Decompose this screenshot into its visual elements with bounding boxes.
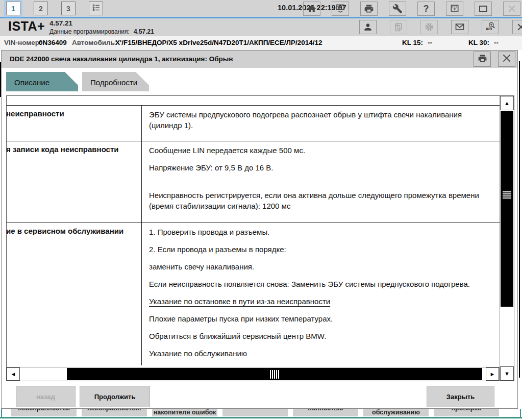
report-icon — [393, 22, 404, 32]
row-content: ЭБУ системы предпускового подогрева расп… — [142, 106, 500, 141]
tab-details[interactable]: Подробности — [82, 72, 149, 91]
thumb-grip — [503, 191, 511, 200]
background-button[interactable]: неисправностей: — [82, 409, 147, 416]
help-button[interactable]: ? — [417, 2, 435, 16]
underlying-bottom-border — [0, 417, 522, 418]
print-icon — [364, 4, 374, 14]
kl15-label: KL 15: — [402, 36, 423, 49]
background-button[interactable] — [222, 409, 288, 416]
row-label: я записи кода неисправности — [7, 141, 142, 223]
tab-description[interactable]: Описание — [6, 72, 78, 91]
continue-button[interactable]: Продолжить — [80, 386, 150, 407]
vertical-scrollbar-thumb[interactable] — [501, 111, 513, 307]
help-icon: ? — [424, 4, 429, 14]
row-content: 1. Проверить провода и разъемы.2. Если п… — [142, 223, 500, 365]
background-button-label: неисправностей: — [87, 409, 141, 416]
background-button[interactable]: проверки — [434, 409, 499, 416]
content-paragraph: 1. Проверить провода и разъемы. — [149, 227, 495, 237]
view-button-1[interactable]: 1 — [6, 2, 20, 15]
background-button[interactable]: обслуживанию — [363, 409, 429, 416]
dialog-print-button[interactable] — [474, 52, 491, 67]
collapse-panel-icon — [450, 4, 460, 14]
content-paragraph: Указание по обслуживанию — [149, 348, 495, 359]
settings-icon — [424, 22, 434, 32]
right-arrow-icon: ► — [490, 371, 495, 377]
scroll-right-button[interactable]: ► — [486, 367, 499, 381]
content-paragraph: Напряжение ЭБУ: от 9,5 В до 16 В. — [149, 162, 495, 173]
down-arrow-icon: ▼ — [504, 370, 510, 377]
maximize-button[interactable] — [475, 2, 492, 16]
programming-data: Данные программирования:4.57.21 — [49, 28, 154, 35]
background-button[interactable]: полностью — [293, 409, 358, 416]
dialog-close-button[interactable] — [498, 52, 515, 67]
close-window-button[interactable] — [503, 2, 520, 16]
main-toolbar: 1 2 3 10.01.2026 22:19:07 — [0, 0, 522, 18]
row-label: неисправности — [7, 106, 142, 141]
horizontal-scrollbar-thumb[interactable] — [67, 368, 482, 380]
background-button-label: обслуживанию — [372, 409, 420, 416]
underlying-border-right — [520, 409, 521, 417]
background-button-label: накопителя ошибок — [154, 409, 216, 416]
back-button[interactable]: назад — [16, 386, 76, 407]
underlying-border-left — [1, 409, 2, 417]
view-button-2[interactable]: 2 — [34, 2, 48, 15]
thumb-grip — [270, 370, 280, 379]
scroll-down-button[interactable]: ▼ — [500, 366, 514, 381]
wrench-icon — [392, 4, 403, 14]
settings-button[interactable] — [420, 20, 438, 34]
content-paragraph: Неисправность регистрируется, если она а… — [149, 190, 495, 211]
vehicle-label: Автомобиль: — [72, 36, 117, 49]
mail-button[interactable] — [451, 20, 468, 34]
content-viewport: неисправностиЭБУ системы предпускового п… — [7, 96, 500, 367]
toolbar-icons: ? — [303, 2, 520, 16]
background-button[interactable]: накопителя ошибок — [152, 409, 217, 416]
content-paragraph: Если неисправность появляется снова: Зам… — [149, 279, 495, 289]
close-icon — [502, 53, 512, 65]
row-label: ие в сервисном обслуживании — [7, 223, 142, 365]
vci-connection-button[interactable] — [332, 2, 349, 16]
app-header: ISTA+ 4.57.21 Данные программирования:4.… — [0, 18, 522, 36]
view-list-button[interactable] — [89, 2, 103, 15]
row-content: Сообщение LIN передается каждые 500 мс.Н… — [142, 141, 500, 223]
content-paragraph: ЭБУ системы предпускового подогрева расп… — [149, 109, 495, 131]
vci-connection-icon — [335, 4, 345, 14]
ista-screen: 1 2 3 10.01.2026 22:19:07 — [0, 0, 522, 420]
air-button[interactable]: AIR — [482, 20, 499, 34]
vin-value: 0N36409 — [39, 36, 67, 49]
home-icon — [307, 4, 317, 14]
service-functions-button[interactable] — [389, 2, 406, 16]
version-info: 4.57.21 Данные программирования:4.57.21 — [49, 19, 154, 35]
close-session-button[interactable] — [512, 20, 522, 34]
content-paragraph: Сообщение LIN передается каждые 500 мс. — [149, 145, 495, 156]
scroll-up-button[interactable]: ▲ — [500, 96, 514, 110]
user-button[interactable] — [359, 20, 377, 34]
app-version: 4.57.21 — [49, 19, 154, 27]
up-arrow-icon: ▲ — [504, 100, 510, 106]
vertical-scrollbar[interactable]: ▲ ▼ — [500, 96, 514, 381]
kl30-value: -- — [494, 36, 499, 49]
list-icon — [91, 3, 101, 14]
vin-label: VIN-номер: — [4, 36, 41, 49]
session-icons: AIR — [359, 20, 522, 34]
view-button-3[interactable]: 3 — [61, 2, 76, 15]
close-window-icon — [507, 4, 517, 14]
maximize-icon — [479, 6, 487, 12]
background-button[interactable]: неисправностей — [11, 409, 77, 416]
scroll-left-button[interactable]: ◄ — [7, 367, 20, 381]
report-button[interactable] — [390, 20, 407, 34]
dialog-tabs: Описание Подробности — [6, 72, 149, 91]
programming-data-label: Данные программирования: — [49, 28, 130, 35]
fault-detail-dialog: DDE 242000 свеча накаливания цилиндра 1,… — [1, 50, 518, 409]
mail-icon — [455, 22, 465, 32]
left-arrow-icon: ◄ — [11, 371, 16, 377]
background-button-label: неисправностей — [18, 409, 70, 416]
home-button[interactable] — [303, 2, 320, 16]
close-session-icon — [516, 22, 522, 32]
close-button[interactable]: Закрыть — [427, 386, 494, 407]
underlying-screen-right-edge — [519, 61, 520, 378]
print-button[interactable] — [360, 2, 378, 16]
collapse-panel-button[interactable] — [446, 2, 463, 16]
app-logo: ISTA+ — [8, 19, 45, 34]
horizontal-scrollbar[interactable]: ◄ ► — [7, 367, 500, 381]
air-icon: AIR — [485, 21, 496, 33]
